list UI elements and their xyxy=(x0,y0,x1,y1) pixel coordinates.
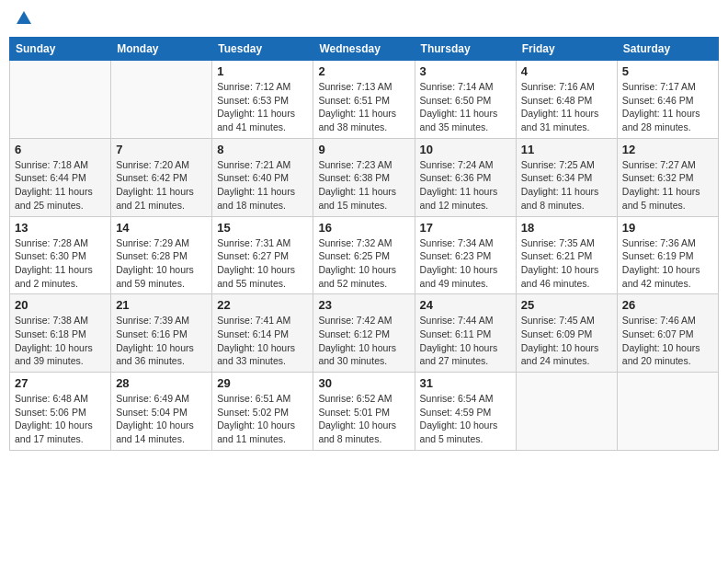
day-info: Sunrise: 7:46 AM Sunset: 6:07 PM Dayligh… xyxy=(622,314,713,368)
day-info: Sunrise: 7:12 AM Sunset: 6:53 PM Dayligh… xyxy=(217,80,308,134)
day-number: 22 xyxy=(217,298,308,312)
calendar-cell: 22Sunrise: 7:41 AM Sunset: 6:14 PM Dayli… xyxy=(212,294,313,373)
calendar-cell: 28Sunrise: 6:49 AM Sunset: 5:04 PM Dayli… xyxy=(111,373,212,451)
calendar-cell: 15Sunrise: 7:31 AM Sunset: 6:27 PM Dayli… xyxy=(212,216,313,294)
weekday-header-friday: Friday xyxy=(516,38,617,61)
day-number: 7 xyxy=(116,143,207,156)
day-info: Sunrise: 7:44 AM Sunset: 6:11 PM Dayligh… xyxy=(420,314,511,368)
day-number: 29 xyxy=(217,376,308,390)
day-info: Sunrise: 7:31 AM Sunset: 6:27 PM Dayligh… xyxy=(217,236,308,291)
day-info: Sunrise: 7:17 AM Sunset: 6:46 PM Dayligh… xyxy=(622,80,713,134)
calendar-cell: 27Sunrise: 6:48 AM Sunset: 5:06 PM Dayli… xyxy=(10,373,111,451)
calendar-cell: 7Sunrise: 7:20 AM Sunset: 6:42 PM Daylig… xyxy=(111,138,212,216)
calendar-cell: 25Sunrise: 7:45 AM Sunset: 6:09 PM Dayli… xyxy=(516,294,617,373)
day-info: Sunrise: 7:35 AM Sunset: 6:21 PM Dayligh… xyxy=(521,236,612,291)
day-info: Sunrise: 7:21 AM Sunset: 6:40 PM Dayligh… xyxy=(217,158,308,213)
day-info: Sunrise: 7:27 AM Sunset: 6:32 PM Dayligh… xyxy=(622,158,713,213)
calendar-cell: 12Sunrise: 7:27 AM Sunset: 6:32 PM Dayli… xyxy=(617,138,718,216)
calendar-cell: 6Sunrise: 7:18 AM Sunset: 6:44 PM Daylig… xyxy=(10,138,111,216)
calendar-week-4: 20Sunrise: 7:38 AM Sunset: 6:18 PM Dayli… xyxy=(10,294,719,373)
day-number: 2 xyxy=(318,64,409,78)
day-number: 24 xyxy=(420,298,511,312)
day-info: Sunrise: 7:18 AM Sunset: 6:44 PM Dayligh… xyxy=(15,158,106,213)
day-number: 10 xyxy=(420,143,511,156)
day-info: Sunrise: 7:42 AM Sunset: 6:12 PM Dayligh… xyxy=(318,314,409,368)
day-number: 5 xyxy=(622,64,713,78)
day-number: 1 xyxy=(217,64,308,78)
calendar-cell: 23Sunrise: 7:42 AM Sunset: 6:12 PM Dayli… xyxy=(313,294,415,373)
logo-icon xyxy=(15,9,33,28)
calendar-cell: 3Sunrise: 7:14 AM Sunset: 6:50 PM Daylig… xyxy=(415,61,516,139)
calendar-cell: 30Sunrise: 6:52 AM Sunset: 5:01 PM Dayli… xyxy=(313,373,415,451)
day-info: Sunrise: 6:54 AM Sunset: 4:59 PM Dayligh… xyxy=(420,392,511,446)
day-number: 4 xyxy=(521,64,612,78)
day-info: Sunrise: 6:48 AM Sunset: 5:06 PM Dayligh… xyxy=(15,392,106,446)
calendar-cell: 17Sunrise: 7:34 AM Sunset: 6:23 PM Dayli… xyxy=(415,216,516,294)
calendar-cell: 29Sunrise: 6:51 AM Sunset: 5:02 PM Dayli… xyxy=(212,373,313,451)
day-number: 31 xyxy=(420,376,511,390)
calendar-cell xyxy=(111,61,212,139)
weekday-header-tuesday: Tuesday xyxy=(212,38,313,61)
day-info: Sunrise: 7:32 AM Sunset: 6:25 PM Dayligh… xyxy=(318,236,409,291)
day-info: Sunrise: 7:38 AM Sunset: 6:18 PM Dayligh… xyxy=(15,314,106,368)
day-number: 30 xyxy=(318,376,409,390)
day-number: 21 xyxy=(116,298,207,312)
calendar-week-1: 1Sunrise: 7:12 AM Sunset: 6:53 PM Daylig… xyxy=(10,61,719,139)
calendar-cell: 8Sunrise: 7:21 AM Sunset: 6:40 PM Daylig… xyxy=(212,138,313,216)
weekday-header-monday: Monday xyxy=(111,38,212,61)
calendar-cell: 18Sunrise: 7:35 AM Sunset: 6:21 PM Dayli… xyxy=(516,216,617,294)
day-info: Sunrise: 7:36 AM Sunset: 6:19 PM Dayligh… xyxy=(622,236,713,291)
day-number: 14 xyxy=(116,221,207,235)
logo xyxy=(13,9,33,31)
day-number: 9 xyxy=(318,143,409,156)
day-number: 11 xyxy=(521,143,612,156)
day-info: Sunrise: 7:24 AM Sunset: 6:36 PM Dayligh… xyxy=(420,158,511,213)
calendar-cell xyxy=(10,61,111,139)
day-info: Sunrise: 7:41 AM Sunset: 6:14 PM Dayligh… xyxy=(217,314,308,368)
svg-marker-0 xyxy=(17,11,31,24)
day-info: Sunrise: 7:23 AM Sunset: 6:38 PM Dayligh… xyxy=(318,158,409,213)
day-info: Sunrise: 7:28 AM Sunset: 6:30 PM Dayligh… xyxy=(15,236,106,291)
calendar-cell: 1Sunrise: 7:12 AM Sunset: 6:53 PM Daylig… xyxy=(212,61,313,139)
calendar-cell: 4Sunrise: 7:16 AM Sunset: 6:48 PM Daylig… xyxy=(516,61,617,139)
calendar-week-3: 13Sunrise: 7:28 AM Sunset: 6:30 PM Dayli… xyxy=(10,216,719,294)
calendar-cell: 13Sunrise: 7:28 AM Sunset: 6:30 PM Dayli… xyxy=(10,216,111,294)
day-number: 6 xyxy=(15,143,106,156)
day-number: 26 xyxy=(622,298,713,312)
day-info: Sunrise: 6:49 AM Sunset: 5:04 PM Dayligh… xyxy=(116,392,207,446)
page-header xyxy=(9,9,719,31)
calendar-cell: 5Sunrise: 7:17 AM Sunset: 6:46 PM Daylig… xyxy=(617,61,718,139)
day-info: Sunrise: 7:16 AM Sunset: 6:48 PM Dayligh… xyxy=(521,80,612,134)
day-info: Sunrise: 7:14 AM Sunset: 6:50 PM Dayligh… xyxy=(420,80,511,134)
day-info: Sunrise: 7:13 AM Sunset: 6:51 PM Dayligh… xyxy=(318,80,409,134)
day-number: 28 xyxy=(116,376,207,390)
day-number: 18 xyxy=(521,221,612,235)
day-number: 16 xyxy=(318,221,409,235)
calendar-cell xyxy=(516,373,617,451)
weekday-header-thursday: Thursday xyxy=(415,38,516,61)
calendar-cell: 24Sunrise: 7:44 AM Sunset: 6:11 PM Dayli… xyxy=(415,294,516,373)
day-number: 3 xyxy=(420,64,511,78)
weekday-header-sunday: Sunday xyxy=(10,38,111,61)
calendar-cell: 21Sunrise: 7:39 AM Sunset: 6:16 PM Dayli… xyxy=(111,294,212,373)
day-info: Sunrise: 7:25 AM Sunset: 6:34 PM Dayligh… xyxy=(521,158,612,213)
calendar-cell: 10Sunrise: 7:24 AM Sunset: 6:36 PM Dayli… xyxy=(415,138,516,216)
day-number: 23 xyxy=(318,298,409,312)
day-info: Sunrise: 7:39 AM Sunset: 6:16 PM Dayligh… xyxy=(116,314,207,368)
calendar-table: SundayMondayTuesdayWednesdayThursdayFrid… xyxy=(9,37,719,451)
day-number: 17 xyxy=(420,221,511,235)
day-number: 12 xyxy=(622,143,713,156)
day-number: 13 xyxy=(15,221,106,235)
calendar-week-2: 6Sunrise: 7:18 AM Sunset: 6:44 PM Daylig… xyxy=(10,138,719,216)
calendar-cell: 2Sunrise: 7:13 AM Sunset: 6:51 PM Daylig… xyxy=(313,61,415,139)
weekday-header-wednesday: Wednesday xyxy=(313,38,415,61)
day-number: 8 xyxy=(217,143,308,156)
calendar-cell: 19Sunrise: 7:36 AM Sunset: 6:19 PM Dayli… xyxy=(617,216,718,294)
calendar-cell: 20Sunrise: 7:38 AM Sunset: 6:18 PM Dayli… xyxy=(10,294,111,373)
weekday-header-saturday: Saturday xyxy=(617,38,718,61)
day-number: 25 xyxy=(521,298,612,312)
day-info: Sunrise: 6:52 AM Sunset: 5:01 PM Dayligh… xyxy=(318,392,409,446)
calendar-cell: 14Sunrise: 7:29 AM Sunset: 6:28 PM Dayli… xyxy=(111,216,212,294)
calendar-cell: 26Sunrise: 7:46 AM Sunset: 6:07 PM Dayli… xyxy=(617,294,718,373)
day-info: Sunrise: 7:34 AM Sunset: 6:23 PM Dayligh… xyxy=(420,236,511,291)
